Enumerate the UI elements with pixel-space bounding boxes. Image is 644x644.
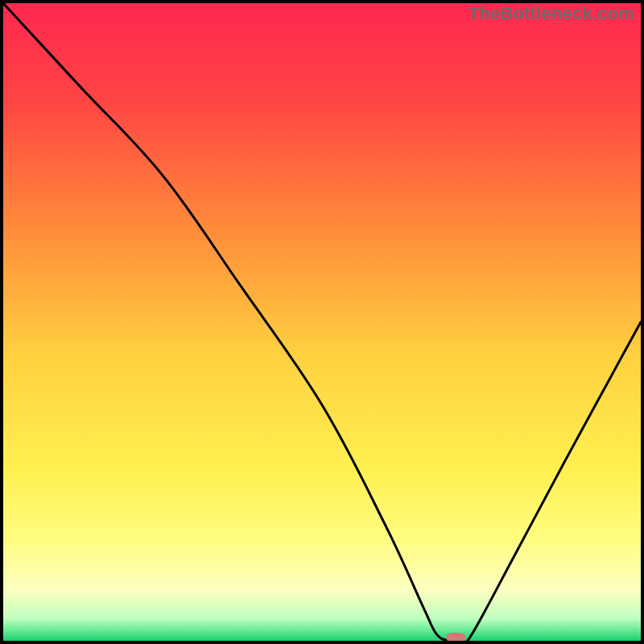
chart-plot-surface — [0, 0, 644, 644]
bottleneck-chart: TheBottleneck.com — [0, 0, 644, 644]
gradient-background — [3, 3, 641, 641]
watermark-text: TheBottleneck.com — [469, 3, 634, 24]
